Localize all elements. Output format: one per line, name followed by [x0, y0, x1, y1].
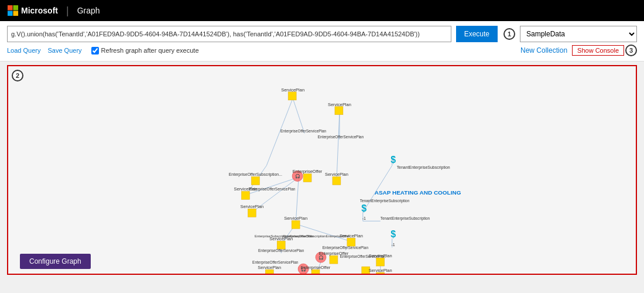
svg-rect-76: [311, 270, 320, 274]
microsoft-text: Microsoft: [21, 6, 58, 15]
svg-text:ServicePlan: ServicePlan: [328, 102, 351, 107]
save-query-link[interactable]: Save Query: [47, 47, 81, 54]
svg-text:EnterpriseOffer: EnterpriseOffer: [293, 169, 323, 174]
svg-rect-78: [265, 270, 273, 274]
query-bar: Execute 1 SampleData Load Query Save Que…: [0, 21, 644, 62]
svg-text:ServicePlan: ServicePlan: [325, 172, 348, 177]
svg-rect-48: [248, 209, 256, 217]
svg-rect-68: [330, 255, 338, 264]
app-name: Graph: [77, 6, 100, 15]
svg-text:$: $: [390, 229, 396, 239]
query-input-wrapper: [7, 26, 451, 42]
svg-text:EnterpriseOfferServicePlan: EnterpriseOfferServicePlan: [318, 135, 364, 139]
new-collection-link[interactable]: New Collection: [520, 46, 567, 54]
svg-text:ServicePlan: ServicePlan: [284, 216, 307, 221]
svg-text:ServicePlan: ServicePlan: [281, 87, 304, 93]
svg-rect-71: [376, 258, 385, 266]
svg-text:-1: -1: [392, 243, 395, 247]
configure-graph-button[interactable]: Configure Graph: [20, 254, 91, 269]
svg-rect-40: [251, 176, 259, 185]
refresh-checkbox-label: Refresh graph after query execute: [91, 47, 199, 54]
svg-text:EnterpriseOfferServicePlan: EnterpriseOfferServicePlan: [249, 187, 296, 192]
svg-rect-38: [303, 173, 311, 182]
svg-line-7: [337, 113, 340, 180]
svg-text:ServicePlan: ServicePlan: [369, 268, 392, 273]
right-actions: New Collection Show Console 3: [520, 45, 637, 56]
graph-visualization[interactable]: ServicePlan ServicePlan EnterpriseOfferS…: [8, 66, 636, 274]
svg-rect-30: [335, 107, 343, 115]
nav-divider: |: [66, 5, 69, 17]
svg-rect-54: [292, 220, 300, 229]
svg-text:ServicePlan: ServicePlan: [369, 253, 392, 258]
svg-text:EnterpriseOffer: EnterpriseOffer: [301, 265, 331, 270]
svg-text:TenantEnterpriseSubscription: TenantEnterpriseSubscription: [381, 216, 430, 221]
svg-text:ServicePlan: ServicePlan: [269, 236, 293, 241]
show-console-button[interactable]: Show Console: [572, 45, 624, 56]
svg-text:ServicePlan: ServicePlan: [340, 233, 363, 239]
navbar: Microsoft | Graph: [0, 0, 644, 21]
svg-rect-2: [8, 11, 13, 16]
svg-text:EnterpriseOfferServicePlan: EnterpriseOfferServicePlan: [252, 260, 299, 265]
svg-text:$: $: [390, 155, 396, 165]
svg-rect-44: [241, 191, 249, 199]
svg-text:ASAP HEATING AND COOLING: ASAP HEATING AND COOLING: [375, 189, 461, 196]
svg-text:EnterpriseOfferSubscription...: EnterpriseOfferSubscription...: [229, 172, 282, 177]
svg-text:ServicePlan: ServicePlan: [240, 204, 263, 209]
step-2-badge: 2: [12, 70, 23, 81]
refresh-label-text: Refresh graph after query execute: [101, 47, 199, 54]
svg-rect-58: [277, 241, 285, 249]
svg-text:TenantEnterpriseSubscription: TenantEnterpriseSubscription: [397, 165, 450, 170]
svg-text:EnterpriseOfferServicePlan: EnterpriseOfferServicePlan: [323, 246, 369, 250]
step-1-badge: 1: [503, 28, 515, 40]
svg-rect-60: [347, 238, 355, 246]
execute-button[interactable]: Execute: [456, 26, 498, 42]
svg-text:-1: -1: [362, 216, 366, 220]
svg-text:TenantEnterpriseSubscription: TenantEnterpriseSubscription: [360, 199, 410, 203]
graph-area: 2: [7, 65, 637, 275]
svg-text:ServicePlan: ServicePlan: [258, 265, 281, 270]
svg-text:$: $: [361, 203, 366, 213]
svg-text:EnterpriseOfferServicePlan: EnterpriseOfferServicePlan: [258, 248, 304, 253]
load-query-link[interactable]: Load Query: [7, 47, 40, 54]
svg-text:EnterpriseOfferServicePlan: EnterpriseOfferServicePlan: [280, 129, 327, 134]
step-3-badge: 3: [625, 45, 637, 56]
svg-rect-1: [13, 5, 18, 11]
svg-rect-3: [13, 11, 18, 16]
svg-rect-0: [8, 5, 13, 11]
svg-text:🎧: 🎧: [295, 173, 300, 179]
svg-rect-42: [333, 176, 341, 185]
sample-data-select[interactable]: SampleData: [520, 26, 637, 42]
svg-rect-28: [288, 92, 296, 100]
refresh-checkbox[interactable]: [91, 47, 99, 54]
query-input[interactable]: [11, 30, 447, 38]
microsoft-logo: Microsoft: [7, 5, 58, 16]
